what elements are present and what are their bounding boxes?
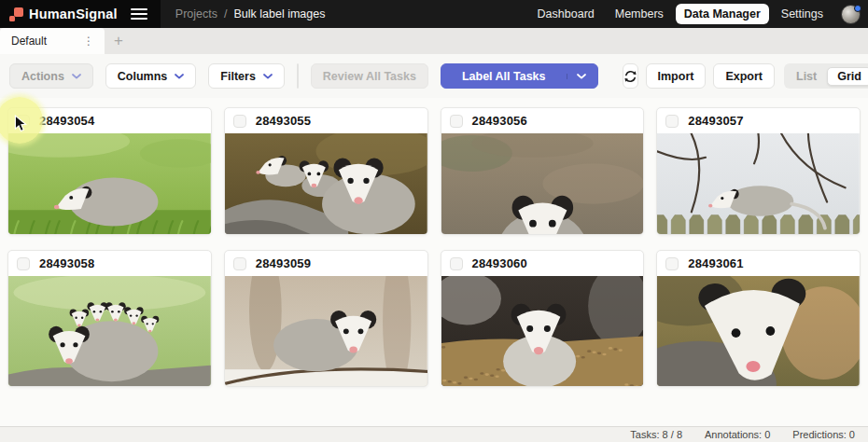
task-id: 28493059 [256, 256, 311, 270]
task-id: 28493058 [39, 256, 94, 270]
task-checkbox[interactable] [665, 257, 679, 270]
nav-settings[interactable]: Settings [773, 4, 832, 24]
chevron-down-icon [72, 74, 81, 79]
opossum-photo [225, 276, 427, 386]
task-card: 28493056 [441, 107, 645, 235]
chevron-down-icon [263, 74, 273, 79]
task-image[interactable] [225, 133, 427, 234]
columns-dropdown[interactable]: Columns [105, 63, 196, 89]
nav-dashboard[interactable]: Dashboard [529, 4, 603, 24]
task-card-header: 28493061 [657, 251, 860, 276]
task-image[interactable] [657, 133, 860, 234]
tab-default[interactable]: Default ⋮ [0, 28, 105, 54]
task-card: 28493057 [656, 107, 861, 235]
task-card: 28493055 [224, 107, 428, 235]
task-checkbox[interactable] [17, 115, 30, 128]
data-manager-content: 2849305428493055284930562849305728493058… [0, 98, 868, 426]
humansignal-logo-icon [9, 7, 23, 21]
task-card-header: 28493057 [657, 108, 860, 133]
ordering-control: not set [297, 63, 299, 89]
logo-area: HumanSignal [0, 0, 161, 28]
filters-dropdown[interactable]: Filters [208, 63, 285, 89]
breadcrumb-current-project: Bulk label images [234, 7, 326, 21]
task-checkbox[interactable] [450, 115, 463, 128]
export-button[interactable]: Export [713, 63, 775, 89]
task-card: 28493054 [7, 107, 212, 235]
chevron-down-icon [577, 74, 586, 79]
humansignal-logo[interactable]: HumanSignal [9, 7, 118, 21]
list-view-button[interactable]: List [786, 67, 827, 86]
task-card-header: 28493058 [8, 251, 211, 276]
opossum-photo [225, 133, 427, 234]
breadcrumb: Projects / Bulk label images [175, 7, 326, 21]
tab-label: Default [11, 35, 47, 48]
view-mode-toggle: List Grid [784, 63, 868, 89]
task-card: 28493059 [224, 250, 428, 387]
logo-text: HumanSignal [29, 7, 118, 21]
grid-view-button[interactable]: Grid [827, 67, 868, 86]
user-avatar[interactable] [841, 5, 861, 24]
annotations-count: Annotations: 0 [705, 429, 770, 440]
task-card-header: 28493059 [225, 251, 427, 276]
refresh-button[interactable] [623, 63, 638, 89]
add-tab-button[interactable]: + [105, 28, 133, 54]
task-checkbox[interactable] [450, 257, 463, 270]
breadcrumb-separator: / [224, 7, 227, 21]
task-id: 28493057 [688, 114, 743, 128]
toolbar: Actions Columns Filters not set Review A… [0, 54, 868, 98]
chevron-down-icon [175, 74, 184, 79]
nav-data-manager[interactable]: Data Manager [676, 4, 769, 24]
task-image[interactable] [441, 276, 644, 386]
task-card-header: 28493060 [441, 251, 644, 276]
opossum-photo [8, 276, 211, 386]
task-id: 28493060 [472, 256, 527, 270]
nav-members[interactable]: Members [607, 4, 672, 24]
label-all-tasks-button[interactable]: Label All Tasks [441, 63, 598, 89]
task-checkbox[interactable] [233, 257, 246, 270]
opossum-photo [657, 276, 860, 386]
task-checkbox[interactable] [17, 257, 30, 270]
sync-refresh-icon [623, 70, 637, 83]
task-card: 28493058 [7, 250, 212, 387]
label-all-tasks-dropdown[interactable] [567, 74, 586, 79]
opossum-photo [441, 133, 644, 234]
import-button[interactable]: Import [646, 63, 707, 89]
top-nav: Dashboard Members Data Manager Settings [529, 4, 868, 24]
task-checkbox[interactable] [665, 115, 679, 128]
task-card-header: 28493054 [8, 108, 211, 133]
task-id: 28493055 [256, 114, 311, 128]
top-bar: HumanSignal Projects / Bulk label images… [0, 0, 868, 28]
task-image[interactable] [441, 133, 644, 234]
task-card-header: 28493055 [225, 108, 427, 133]
review-all-tasks-button[interactable]: Review All Tasks [311, 63, 428, 89]
avatar-status-dot [854, 5, 861, 12]
tab-kebab-icon[interactable]: ⋮ [80, 35, 97, 48]
opossum-photo [657, 133, 860, 234]
hamburger-menu-icon[interactable] [131, 8, 147, 21]
task-image[interactable] [8, 276, 211, 386]
predictions-count: Predictions: 0 [792, 429, 855, 440]
task-image[interactable] [225, 276, 427, 386]
opossum-photo [441, 276, 644, 386]
task-image[interactable] [657, 276, 860, 386]
task-id: 28493056 [472, 114, 527, 128]
task-card-header: 28493056 [441, 108, 644, 133]
task-grid: 2849305428493055284930562849305728493058… [7, 107, 861, 387]
task-image[interactable] [8, 133, 211, 234]
tasks-count: Tasks: 8 / 8 [630, 429, 682, 440]
status-bar: Tasks: 8 / 8 Annotations: 0 Predictions:… [0, 426, 868, 442]
breadcrumb-projects[interactable]: Projects [175, 7, 217, 21]
actions-dropdown[interactable]: Actions [9, 63, 93, 89]
task-card: 28493061 [656, 250, 861, 387]
task-id: 28493054 [39, 114, 94, 128]
task-card: 28493060 [441, 250, 645, 387]
opossum-photo [8, 133, 211, 234]
tab-bar: Default ⋮ + [0, 28, 868, 54]
task-id: 28493061 [688, 256, 743, 270]
task-checkbox[interactable] [233, 115, 246, 128]
ordering-value[interactable]: not set [298, 64, 299, 88]
